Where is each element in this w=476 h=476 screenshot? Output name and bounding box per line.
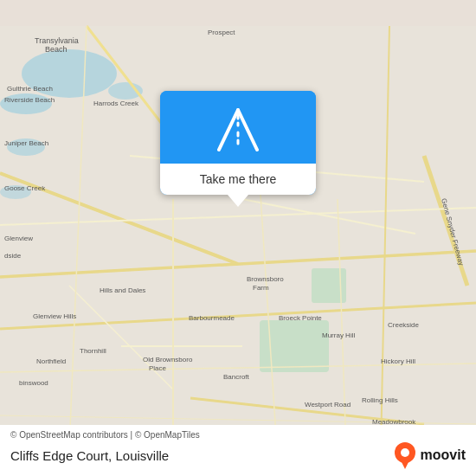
popup-card: Take me there: [160, 91, 316, 207]
svg-line-56: [219, 110, 238, 150]
map-background: Transylvania Beach Gulthrie Beach Rivers…: [0, 0, 476, 476]
svg-text:dside: dside: [4, 252, 22, 260]
svg-text:Riverside Beach: Riverside Beach: [4, 96, 55, 104]
svg-text:Northfield: Northfield: [36, 357, 66, 365]
location-name: Cliffs Edge Court, Louisville: [10, 448, 169, 463]
take-me-there-button[interactable]: Take me there: [160, 164, 316, 195]
svg-text:Murray Hill: Murray Hill: [322, 331, 355, 339]
svg-marker-61: [400, 459, 410, 469]
svg-text:Harrods Creek: Harrods Creek: [93, 100, 139, 107]
location-row: Cliffs Edge Court, Louisville moovit: [10, 441, 466, 469]
svg-text:Place: Place: [149, 364, 167, 372]
svg-text:Transylvania: Transylvania: [35, 36, 79, 45]
svg-text:Broeck Pointe: Broeck Pointe: [279, 314, 322, 322]
attribution-text: © OpenStreetMap contributors | © OpenMap…: [10, 430, 466, 440]
svg-text:Rolling Hills: Rolling Hills: [362, 396, 398, 404]
moovit-text: moovit: [421, 447, 466, 463]
svg-text:Beach: Beach: [45, 45, 68, 54]
svg-text:Goose Creek: Goose Creek: [4, 184, 46, 192]
moovit-pin-icon: [393, 441, 417, 469]
popup-box: Take me there: [160, 91, 316, 195]
svg-text:Thornhill: Thornhill: [80, 347, 106, 355]
svg-text:Glenview Hills: Glenview Hills: [33, 312, 76, 320]
svg-text:Hills and Dales: Hills and Dales: [100, 286, 145, 294]
svg-line-57: [238, 110, 257, 150]
svg-text:Gulthrie Beach: Gulthrie Beach: [7, 85, 53, 93]
svg-text:Prospect: Prospect: [208, 29, 235, 36]
svg-text:Barbourmeade: Barbourmeade: [189, 314, 235, 322]
road-icon: [210, 106, 266, 151]
svg-text:Westport Road: Westport Road: [305, 401, 351, 408]
map-container: Transylvania Beach Gulthrie Beach Rivers…: [0, 0, 476, 476]
svg-text:Old Brownsboro: Old Brownsboro: [143, 356, 193, 363]
popup-icon-area: [160, 91, 316, 164]
svg-text:Glenview: Glenview: [4, 235, 33, 242]
svg-text:Farm: Farm: [253, 284, 269, 292]
svg-point-62: [401, 448, 409, 457]
svg-text:Bancroft: Bancroft: [223, 373, 250, 381]
svg-text:Juniper Beach: Juniper Beach: [4, 139, 48, 147]
moovit-logo: moovit: [393, 441, 466, 469]
svg-text:Creekside: Creekside: [388, 321, 420, 329]
popup-tail: [228, 195, 248, 207]
svg-text:Hickory Hill: Hickory Hill: [381, 357, 415, 365]
svg-text:binswood: binswood: [19, 379, 48, 387]
bottom-bar: © OpenStreetMap contributors | © OpenMap…: [0, 425, 476, 476]
svg-text:Brownsboro: Brownsboro: [247, 275, 284, 283]
